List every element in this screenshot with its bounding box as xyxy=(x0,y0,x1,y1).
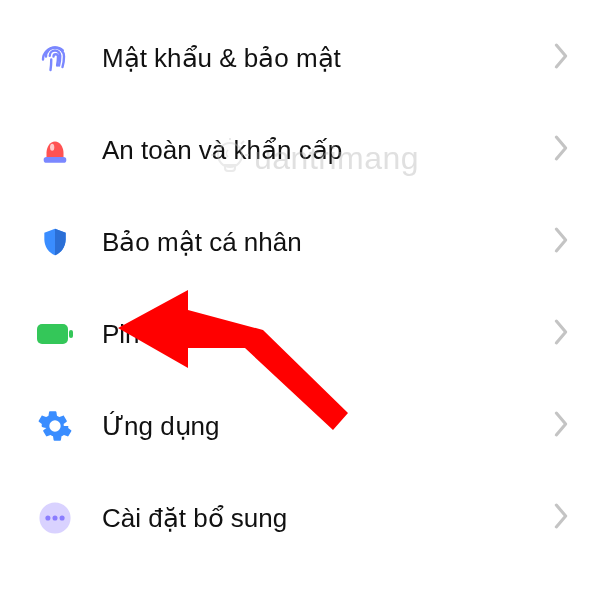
chevron-right-icon xyxy=(552,410,570,442)
svg-point-4 xyxy=(51,422,60,431)
chevron-right-icon xyxy=(552,318,570,350)
settings-item-password-security[interactable]: Mật khẩu & bảo mật xyxy=(0,12,600,104)
more-dots-icon xyxy=(36,499,74,537)
settings-item-label: Ứng dụng xyxy=(102,411,552,442)
settings-list: Mật khẩu & bảo mật An toàn và khẩn cấp B… xyxy=(0,0,600,564)
svg-rect-1 xyxy=(44,157,67,163)
chevron-right-icon xyxy=(552,42,570,74)
svg-point-8 xyxy=(60,515,65,520)
settings-item-label: Mật khẩu & bảo mật xyxy=(102,43,552,74)
chevron-right-icon xyxy=(552,134,570,166)
chevron-right-icon xyxy=(552,226,570,258)
shield-icon xyxy=(36,223,74,261)
settings-item-privacy[interactable]: Bảo mật cá nhân xyxy=(0,196,600,288)
svg-rect-2 xyxy=(37,324,68,344)
battery-icon xyxy=(36,315,74,353)
emergency-icon xyxy=(36,131,74,169)
settings-item-additional[interactable]: Cài đặt bổ sung xyxy=(0,472,600,564)
settings-item-battery[interactable]: Pin xyxy=(0,288,600,380)
fingerprint-icon xyxy=(36,39,74,77)
gear-icon xyxy=(36,407,74,445)
svg-rect-3 xyxy=(69,330,73,338)
svg-point-7 xyxy=(52,515,57,520)
settings-item-label: An toàn và khẩn cấp xyxy=(102,135,552,166)
settings-item-apps[interactable]: Ứng dụng xyxy=(0,380,600,472)
settings-item-label: Cài đặt bổ sung xyxy=(102,503,552,534)
settings-item-safety-emergency[interactable]: An toàn và khẩn cấp xyxy=(0,104,600,196)
chevron-right-icon xyxy=(552,502,570,534)
settings-item-label: Pin xyxy=(102,319,552,350)
svg-point-0 xyxy=(50,144,54,151)
settings-item-label: Bảo mật cá nhân xyxy=(102,227,552,258)
svg-point-6 xyxy=(45,515,50,520)
